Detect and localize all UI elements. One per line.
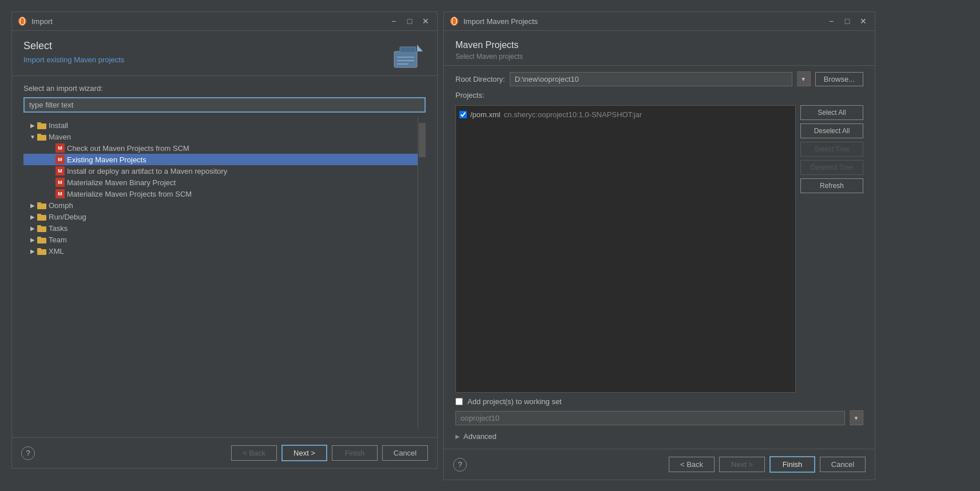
- svg-point-22: [450, 17, 458, 25]
- advanced-label: Advanced: [463, 432, 497, 441]
- projects-area: /pom.xml cn.sheryc:ooproject10:1.0-SNAPS…: [455, 105, 863, 393]
- right-back-button[interactable]: < Back: [669, 457, 715, 472]
- project-artifact: cn.sheryc:ooproject10:1.0-SNAPSHOT:jar: [504, 110, 642, 119]
- left-back-button[interactable]: < Back: [231, 445, 277, 461]
- tree-item-oomph[interactable]: ▶ Oomph: [23, 199, 418, 211]
- filter-input[interactable]: [23, 97, 426, 113]
- tree-scrollbar[interactable]: [418, 117, 426, 429]
- materialize-scm-maven-icon: M: [55, 189, 65, 198]
- tree-item-team[interactable]: ▶ Team: [23, 234, 418, 245]
- wizard-header-icon: [391, 40, 426, 69]
- project-checkbox[interactable]: [459, 111, 467, 118]
- right-minimize-button[interactable]: −: [826, 15, 837, 27]
- root-dir-input[interactable]: [510, 72, 792, 86]
- working-set-input-row: ▼: [455, 410, 863, 425]
- left-title-bar: Import − □ ✕: [12, 12, 437, 31]
- working-set-input[interactable]: [455, 411, 845, 425]
- right-maximize-button[interactable]: □: [842, 15, 853, 27]
- install-deploy-maven-icon: M: [55, 166, 65, 175]
- tree-list: ▶ Install ▼ Maven: [23, 117, 418, 429]
- right-wizard-footer: ? < Back Next > Finish Cancel: [444, 449, 875, 480]
- wizard-subtitle: Import existing Maven projects: [23, 55, 124, 64]
- filter-label: Select an import wizard:: [23, 84, 426, 93]
- left-wizard-footer: ? < Back Next > Finish Cancel: [12, 437, 437, 468]
- tasks-collapse-icon: ▶: [28, 223, 37, 233]
- left-minimize-button[interactable]: −: [388, 15, 399, 27]
- oomph-collapse-icon: ▶: [28, 201, 37, 210]
- working-set-dropdown-arrow[interactable]: ▼: [850, 410, 863, 425]
- tree-item-materialize-binary[interactable]: ▶ M Materialize Maven Binary Project: [23, 177, 418, 188]
- left-close-button[interactable]: ✕: [420, 15, 431, 27]
- install-deploy-label: Install or deploy an artifact to a Maven…: [67, 167, 227, 175]
- advanced-row[interactable]: ▶ Advanced: [455, 430, 863, 443]
- maven-label: Maven: [49, 133, 71, 141]
- project-item[interactable]: /pom.xml cn.sheryc:ooproject10:1.0-SNAPS…: [459, 109, 792, 120]
- tree-item-install[interactable]: ▶ Install: [23, 119, 418, 131]
- xml-collapse-icon: ▶: [28, 246, 37, 256]
- right-help-button[interactable]: ?: [453, 458, 467, 472]
- oomph-folder-icon: [37, 201, 46, 210]
- refresh-button[interactable]: Refresh: [800, 178, 863, 193]
- left-next-button[interactable]: Next >: [281, 445, 327, 461]
- tree-container: ▶ Install ▼ Maven: [23, 117, 426, 429]
- tree-item-tasks[interactable]: ▶ Tasks: [23, 222, 418, 234]
- run-debug-label: Run/Debug: [49, 213, 86, 221]
- existing-label: Existing Maven Projects: [67, 155, 146, 164]
- svg-rect-19: [37, 237, 41, 239]
- tree-scrollbar-thumb: [419, 123, 426, 157]
- team-collapse-icon: ▶: [28, 235, 37, 244]
- run-debug-collapse-icon: ▶: [28, 212, 37, 221]
- team-label: Team: [49, 235, 67, 244]
- advanced-collapse-icon: ▶: [455, 433, 460, 440]
- left-window-controls: − □ ✕: [388, 15, 431, 27]
- tree-item-xml[interactable]: ▶ XML: [23, 245, 418, 257]
- wizard-body: Select an import wizard: ▶ Install ▼: [12, 76, 437, 437]
- wizard-header-text: Select Import existing Maven projects: [23, 40, 124, 64]
- svg-rect-3: [400, 47, 416, 53]
- right-wizard-header: Maven Projects Select Maven projects: [444, 31, 875, 65]
- select-all-button[interactable]: Select All: [800, 105, 863, 120]
- svg-rect-9: [37, 122, 41, 125]
- right-finish-button[interactable]: Finish: [769, 456, 815, 473]
- tree-item-run-debug[interactable]: ▶ Run/Debug: [23, 211, 418, 222]
- root-dir-row: Root Directory: ▼ Browse...: [455, 71, 863, 86]
- right-next-button[interactable]: Next >: [719, 457, 765, 472]
- right-title-bar: Import Maven Projects − □ ✕: [444, 12, 875, 31]
- right-wizard-body: Root Directory: ▼ Browse... Projects: /p…: [444, 66, 875, 449]
- team-folder-icon: [37, 235, 46, 244]
- tasks-folder-icon: [37, 223, 46, 233]
- tree-item-maven[interactable]: ▼ Maven: [23, 131, 418, 142]
- right-close-button[interactable]: ✕: [858, 15, 869, 27]
- svg-rect-15: [37, 214, 41, 216]
- tree-item-existing[interactable]: ▶ M Existing Maven Projects: [23, 154, 418, 165]
- working-set-label: Add project(s) to working set: [467, 397, 562, 406]
- deselect-all-button[interactable]: Deselect All: [800, 123, 863, 138]
- materialize-binary-label: Materialize Maven Binary Project: [67, 178, 176, 187]
- left-finish-button[interactable]: Finish: [332, 445, 378, 461]
- left-window-title: Import: [31, 17, 388, 26]
- svg-point-0: [18, 17, 26, 25]
- deselect-tree-button[interactable]: Deselect Tree: [800, 160, 863, 175]
- root-dir-dropdown-arrow[interactable]: ▼: [797, 71, 811, 86]
- projects-label: Projects:: [455, 91, 863, 99]
- left-help-button[interactable]: ?: [21, 446, 35, 460]
- wizard-title: Select: [23, 40, 124, 52]
- tree-item-materialize-scm[interactable]: ▶ M Materialize Maven Projects from SCM: [23, 188, 418, 199]
- projects-list: /pom.xml cn.sheryc:ooproject10:1.0-SNAPS…: [455, 105, 796, 393]
- svg-rect-21: [37, 248, 41, 250]
- browse-button[interactable]: Browse...: [815, 72, 863, 86]
- left-cancel-button[interactable]: Cancel: [382, 445, 428, 461]
- select-tree-button[interactable]: Select Tree: [800, 142, 863, 157]
- tree-item-checkout[interactable]: ▶ M Check out Maven Projects from SCM: [23, 142, 418, 154]
- import-maven-projects-window: Import Maven Projects − □ ✕ Maven Projec…: [443, 11, 875, 480]
- import-wizard-window: Import − □ ✕ Select Import existing Mave…: [11, 11, 438, 469]
- tree-item-install-deploy[interactable]: ▶ M Install or deploy an artifact to a M…: [23, 165, 418, 177]
- left-maximize-button[interactable]: □: [404, 15, 415, 27]
- projects-buttons: Select All Deselect All Select Tree Dese…: [800, 105, 863, 393]
- maven-collapse-icon: ▼: [28, 132, 37, 141]
- maven-projects-subtitle: Select Maven projects: [455, 53, 863, 61]
- right-cancel-button[interactable]: Cancel: [820, 457, 866, 472]
- working-set-checkbox[interactable]: [455, 398, 463, 405]
- xml-folder-icon: [37, 246, 46, 256]
- maven-projects-title: Maven Projects: [455, 40, 863, 50]
